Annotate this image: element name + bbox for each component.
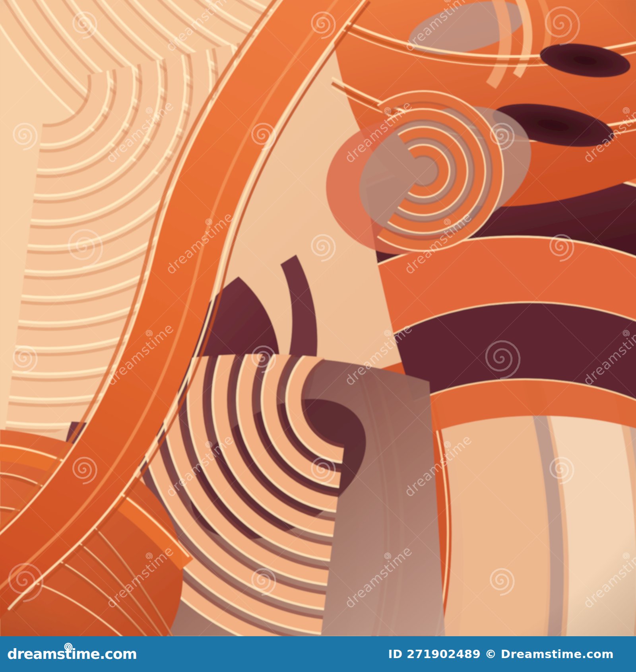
- dreamstime-logo: dreamstime.com: [7, 636, 137, 672]
- svg-text:dreamstime: dreamstime: [401, 209, 475, 278]
- svg-text:dreamstime: dreamstime: [401, 431, 475, 500]
- dreamstime-spiral-icon: [62, 641, 74, 653]
- watermark-overlay: dreamstimedreamstimedreamstimedreamstime…: [0, 0, 636, 636]
- stock-photo-preview: dreamstimedreamstimedreamstimedreamstime…: [0, 0, 636, 672]
- svg-text:dreamstime: dreamstime: [103, 543, 177, 612]
- watermark-canvas: dreamstimedreamstimedreamstimedreamstime…: [0, 0, 636, 636]
- svg-text:dreamstime: dreamstime: [401, 0, 475, 55]
- svg-text:dreamstime: dreamstime: [163, 209, 237, 278]
- watermark-footer-bar: dreamstime.com ID 271902489 © Dreamstime…: [0, 636, 636, 672]
- svg-text:dreamstime: dreamstime: [341, 543, 415, 612]
- image-id-text: ID 271902489 © Dreamstime.com: [388, 647, 614, 661]
- svg-text:dreamstime: dreamstime: [580, 320, 636, 389]
- svg-text:dreamstime: dreamstime: [163, 0, 237, 55]
- svg-text:dreamstime: dreamstime: [163, 431, 237, 500]
- svg-text:dreamstime: dreamstime: [103, 97, 177, 166]
- svg-text:dreamstime: dreamstime: [341, 97, 415, 166]
- svg-text:dreamstime: dreamstime: [580, 543, 636, 612]
